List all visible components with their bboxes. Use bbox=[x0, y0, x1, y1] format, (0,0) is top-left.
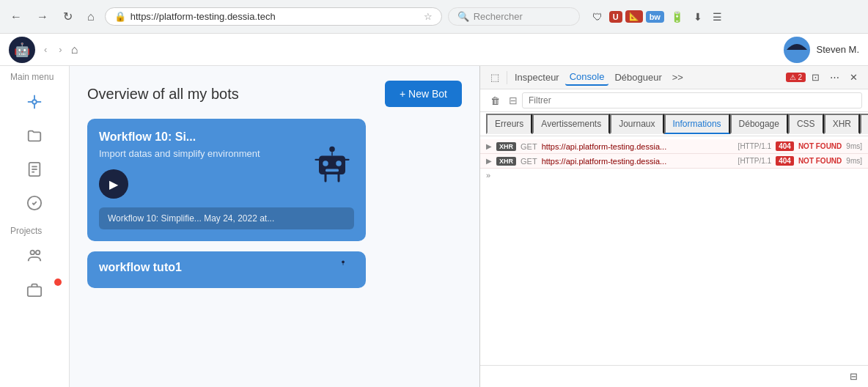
svg-rect-13 bbox=[28, 287, 41, 296]
app-section: Main menu bbox=[0, 66, 479, 387]
app-logo: 🤖 bbox=[9, 37, 35, 63]
shield-extension[interactable]: 🛡 bbox=[589, 8, 606, 26]
tab-xhr[interactable]: XHR bbox=[824, 114, 860, 134]
page-header: Overview of all my bots + New Bot bbox=[87, 81, 462, 107]
log-status-text-0: NOT FOUND bbox=[798, 142, 842, 150]
tab-requetes[interactable]: Requêtes bbox=[860, 114, 868, 134]
address-bar[interactable]: 🔒 https://platform-testing.dessia.tech ☆ bbox=[105, 7, 442, 26]
filter-icon: ⊟ bbox=[509, 95, 518, 106]
svg-point-18 bbox=[336, 161, 342, 166]
xhr-badge-1: XHR bbox=[496, 157, 516, 166]
log-status-text-1: NOT FOUND bbox=[798, 157, 842, 165]
tab-journaux[interactable]: Journaux bbox=[610, 114, 663, 134]
log-time-0: 9ms] bbox=[846, 142, 862, 150]
tab-css[interactable]: CSS bbox=[788, 114, 824, 134]
search-bar[interactable]: 🔍 Rechercher bbox=[448, 7, 580, 26]
devtools-cursor-btn[interactable]: ⬚ bbox=[486, 70, 504, 85]
devtools-footer: ⊟ bbox=[480, 365, 868, 387]
tab-debogage[interactable]: Débogage bbox=[730, 114, 788, 134]
sidebar-item-bots[interactable] bbox=[0, 85, 69, 119]
svg-point-17 bbox=[323, 161, 328, 166]
svg-point-11 bbox=[31, 251, 35, 255]
ext-icon-1[interactable]: U bbox=[609, 11, 622, 23]
sidebar-item-folder[interactable] bbox=[0, 119, 69, 152]
bot-card-1[interactable]: workflow tuto1 bbox=[87, 251, 366, 288]
main-area: Main menu bbox=[0, 66, 868, 387]
devtools-options-btn[interactable]: ⋯ bbox=[825, 70, 844, 85]
new-bot-button[interactable]: + New Bot bbox=[385, 81, 462, 107]
sidebar-item-check[interactable] bbox=[0, 186, 69, 220]
devtools-layout-btn[interactable]: ⊟ bbox=[845, 369, 862, 384]
sidebar: Main menu bbox=[0, 66, 70, 387]
sidebar-item-team[interactable] bbox=[0, 239, 69, 273]
search-icon: 🔍 bbox=[457, 11, 469, 22]
devtools-inspector-btn[interactable]: Inspecteur bbox=[510, 70, 564, 85]
topbar-right: Steven M. bbox=[784, 37, 859, 63]
log-time-1: 9ms] bbox=[846, 157, 862, 165]
log-expand-icon-0[interactable]: ▶ bbox=[486, 142, 492, 150]
error-badge: ⚠ 2 bbox=[786, 73, 806, 82]
sidebar-item-doc[interactable] bbox=[0, 152, 69, 186]
log-url-1: https://api.platform-testing.dessia... bbox=[542, 157, 734, 166]
projects-label: Projects bbox=[0, 220, 69, 239]
page-title: Overview of all my bots bbox=[87, 86, 239, 103]
error-count: 2 bbox=[798, 73, 802, 81]
ext-download[interactable]: ⬇ bbox=[690, 8, 706, 26]
expand-chevron: » bbox=[486, 171, 490, 180]
forward-button[interactable]: → bbox=[32, 7, 53, 26]
main-menu-label: Main menu bbox=[0, 66, 69, 85]
search-placeholder: Rechercher bbox=[474, 11, 523, 22]
back-button[interactable]: ← bbox=[6, 7, 26, 26]
ext-icon-3[interactable]: bw bbox=[646, 11, 664, 23]
devtools-logs: ▶ XHR GET https://api.platform-testing.d… bbox=[480, 136, 868, 365]
devtools-top-toolbar: ⬚ Inspecteur Console Débogueur >> ⚠ 2 ⊡ … bbox=[480, 66, 868, 89]
log-method-1: GET bbox=[521, 157, 537, 166]
bot-card-title-0: Workflow 10: Si... bbox=[99, 130, 301, 144]
home-button[interactable]: ⌂ bbox=[83, 7, 99, 26]
error-icon: ⚠ bbox=[790, 73, 796, 81]
sidebar-item-briefcase[interactable] bbox=[0, 273, 69, 306]
battery-icon[interactable]: 🔋 bbox=[667, 8, 687, 26]
devtools-dock-btn[interactable]: ⊡ bbox=[807, 70, 824, 85]
page-content: Overview of all my bots + New Bot Workfl… bbox=[70, 66, 479, 387]
svg-point-14 bbox=[329, 147, 335, 152]
log-entry-0[interactable]: ▶ XHR GET https://api.platform-testing.d… bbox=[480, 139, 868, 154]
refresh-button[interactable]: ↻ bbox=[59, 7, 77, 26]
log-status-1: 404 bbox=[776, 156, 794, 166]
bot-card-0[interactable]: Workflow 10: Si... Import datas and simp… bbox=[87, 119, 366, 241]
ext-icon-2[interactable]: 📐 bbox=[625, 10, 643, 23]
browser-extensions: 🛡 U 📐 bw 🔋 ⬇ ☰ bbox=[589, 8, 726, 26]
play-button-0[interactable]: ▶ bbox=[99, 169, 128, 199]
bot-robot-icon-0 bbox=[310, 141, 354, 188]
bot-card-body-0: Workflow 10: Si... Import datas and simp… bbox=[99, 130, 354, 199]
log-status-0: 404 bbox=[776, 141, 794, 151]
tab-erreurs[interactable]: Erreurs bbox=[486, 114, 532, 134]
devtools-trash-btn[interactable]: 🗑 bbox=[486, 93, 504, 108]
sidebar-forward-button[interactable]: › bbox=[56, 43, 65, 56]
bot-robot-icon-1 bbox=[332, 258, 354, 282]
devtools-debugger-btn[interactable]: Débogueur bbox=[610, 70, 666, 85]
log-entry-1[interactable]: ▶ XHR GET https://api.platform-testing.d… bbox=[480, 154, 868, 169]
sidebar-back-button[interactable]: ‹ bbox=[41, 43, 50, 56]
bot-card-title-1: workflow tuto1 bbox=[99, 261, 182, 274]
xhr-badge-0: XHR bbox=[496, 142, 516, 151]
devtools-more-btn[interactable]: >> bbox=[668, 70, 688, 85]
log-expand-icon-1[interactable]: ▶ bbox=[486, 157, 492, 165]
user-name: Steven M. bbox=[816, 44, 859, 55]
robot-logo-icon: 🤖 bbox=[14, 42, 30, 58]
devtools-close-btn[interactable]: ✕ bbox=[845, 70, 862, 85]
tab-avertissements[interactable]: Avertissements bbox=[532, 114, 610, 134]
devtools-console-btn[interactable]: Console bbox=[565, 69, 609, 86]
svg-point-12 bbox=[36, 251, 40, 255]
svg-point-1 bbox=[32, 100, 37, 104]
tab-informations[interactable]: Informations bbox=[664, 114, 730, 134]
svg-point-24 bbox=[342, 260, 345, 263]
browser-toolbar: ← → ↻ ⌂ 🔒 https://platform-testing.dessi… bbox=[0, 0, 868, 34]
user-logo-svg bbox=[784, 37, 810, 63]
log-expand-row[interactable]: » bbox=[480, 169, 868, 182]
browser-menu[interactable]: ☰ bbox=[709, 8, 726, 26]
devtools-filter-input[interactable] bbox=[522, 92, 862, 108]
notification-badge bbox=[54, 279, 62, 286]
bot-card-desc-0: Import datas and simplify environment bbox=[99, 148, 301, 159]
log-url-0: https://api.platform-testing.dessia... bbox=[542, 142, 734, 151]
